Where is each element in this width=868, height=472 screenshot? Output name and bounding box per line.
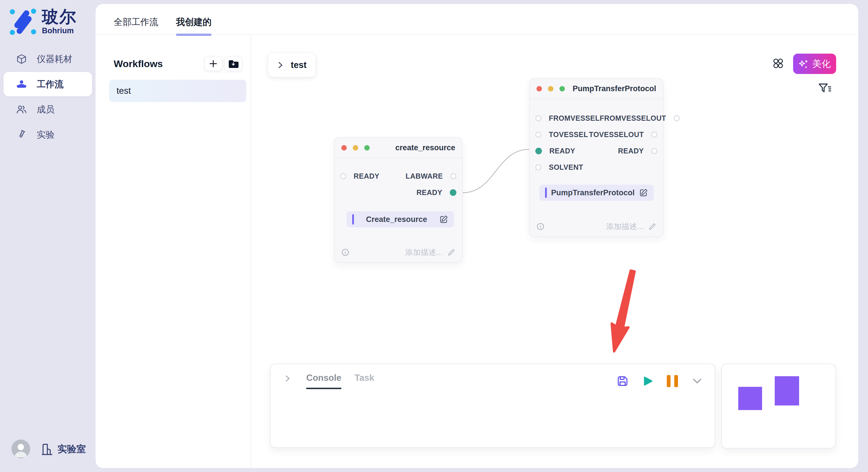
chevron-down-icon[interactable] (691, 375, 703, 387)
node-action-pill[interactable]: PumpTransferProtocol (539, 185, 654, 201)
input-port-tovessel[interactable]: TOVESSEL (535, 131, 588, 139)
box-icon (16, 54, 27, 64)
save-icon[interactable] (616, 375, 629, 387)
tab-task[interactable]: Task (354, 373, 374, 389)
output-port-tovesselout[interactable]: TOVESSELOUT (589, 131, 657, 139)
sidebar-item-experiments[interactable]: 实验 (3, 123, 92, 147)
port-circle-connected[interactable] (450, 189, 456, 196)
port-circle-connected[interactable] (535, 148, 542, 154)
sidebar-item-label: 实验 (37, 129, 55, 141)
sidebar-item-label: 工作流 (37, 78, 63, 90)
workflow-app: 玻尔 Bohrium 仪器耗材 (0, 0, 868, 472)
workflow-tabs: 全部工作流 我创建的 (114, 16, 212, 36)
edge-create-resource-to-pump (463, 145, 529, 197)
output-port-labware[interactable]: LABWARE (406, 172, 456, 180)
input-port-fromvessel[interactable]: FROMVESSEL (535, 114, 600, 123)
sidebar-item-label: 仪器耗材 (37, 53, 72, 65)
description-placeholder[interactable]: 添加描述... (405, 247, 443, 258)
sidebar-nav: 仪器耗材 工作流 (3, 47, 92, 148)
console-panel: Console Task (270, 364, 715, 448)
node-create-resource[interactable]: create_resource READY LABWARE READY (334, 137, 463, 263)
avatar[interactable] (11, 440, 30, 458)
port-circle[interactable] (535, 164, 541, 170)
sidebar-item-members[interactable]: 成员 (3, 97, 92, 122)
traffic-dots-icon (536, 86, 565, 92)
node-title: PumpTransferProtocol (572, 84, 656, 93)
beautify-button[interactable]: 美化 (793, 54, 836, 74)
beautify-label: 美化 (812, 58, 831, 70)
workflow-list-item-test[interactable]: test (109, 80, 246, 102)
node-action-pill[interactable]: Create_resource (346, 211, 454, 227)
port-circle[interactable] (535, 115, 541, 121)
command-palette-icon[interactable] (772, 58, 784, 69)
main-panel: 全部工作流 我创建的 Workflows (96, 4, 858, 468)
brand-name-cn: 玻尔 (42, 7, 77, 26)
pencil-icon[interactable] (447, 248, 455, 256)
node-pump-transfer-protocol[interactable]: PumpTransferProtocol FROMVESSEL FROMVESS… (529, 78, 663, 237)
filter-icon[interactable] (818, 82, 832, 95)
node-header: create_resource (334, 138, 462, 158)
minimap[interactable] (721, 364, 836, 448)
test-tube-icon (16, 130, 27, 140)
port-circle[interactable] (651, 148, 657, 154)
input-port-solvent[interactable]: SOLVENT (535, 163, 583, 171)
sidebar-item-label: 成员 (37, 103, 55, 115)
sidebar: 玻尔 Bohrium 仪器耗材 (0, 0, 96, 472)
collapse-chevron-icon[interactable] (283, 374, 292, 388)
node-footer: 添加描述... (536, 221, 656, 232)
input-port-ready[interactable]: READY (340, 172, 379, 180)
input-port-ready[interactable]: READY (535, 147, 575, 155)
breadcrumb[interactable]: test (268, 53, 315, 77)
node-action-label: Create_resource (354, 215, 439, 224)
import-folder-button[interactable] (225, 57, 242, 71)
edit-icon[interactable] (639, 188, 648, 197)
workflows-title: Workflows (114, 58, 163, 69)
breadcrumb-label: test (291, 60, 307, 70)
minimap-node-pump-transfer (775, 376, 799, 405)
port-circle[interactable] (340, 173, 346, 179)
brand-name-en: Bohrium (42, 26, 77, 35)
users-icon (16, 104, 27, 115)
sidebar-item-instruments[interactable]: 仪器耗材 (3, 47, 92, 71)
info-icon[interactable] (341, 248, 349, 256)
port-circle[interactable] (674, 115, 680, 121)
red-annotation-arrow (601, 267, 652, 361)
pencil-icon[interactable] (648, 223, 656, 231)
minimap-node-create-resource (738, 387, 762, 410)
output-port-fromvesselout[interactable]: FROMVESSELOUT (600, 114, 680, 123)
edit-icon[interactable] (439, 215, 448, 224)
node-footer: 添加描述... (341, 247, 455, 258)
workspace-switcher[interactable]: 实验室 (41, 442, 86, 457)
bohrium-logo-icon (9, 7, 37, 36)
workflows-panel: Workflows (96, 35, 251, 468)
team-icon (16, 79, 27, 90)
description-placeholder[interactable]: 添加描述... (606, 222, 644, 232)
pause-icon[interactable] (667, 375, 678, 387)
info-icon[interactable] (536, 223, 545, 231)
tab-console[interactable]: Console (306, 373, 341, 389)
output-port-ready[interactable]: READY (416, 189, 456, 197)
output-port-ready[interactable]: READY (618, 147, 657, 155)
brand-logo: 玻尔 Bohrium (9, 7, 77, 36)
workflow-item-name: test (117, 86, 131, 96)
port-circle[interactable] (651, 132, 657, 138)
port-circle[interactable] (535, 132, 541, 138)
tab-all-workflows[interactable]: 全部工作流 (114, 16, 158, 36)
node-action-label: PumpTransferProtocol (547, 189, 639, 197)
sparkles-icon (799, 59, 809, 69)
sidebar-item-workflows[interactable]: 工作流 (3, 72, 92, 96)
node-header: PumpTransferProtocol (530, 78, 663, 99)
port-rows: READY LABWARE READY (334, 168, 462, 201)
play-icon[interactable] (642, 375, 654, 387)
add-workflow-button[interactable] (205, 57, 222, 71)
workspace-label: 实验室 (57, 443, 86, 456)
building-icon (41, 442, 53, 456)
tab-my-created[interactable]: 我创建的 (176, 16, 212, 36)
node-title: create_resource (395, 143, 455, 152)
chevron-right-icon (277, 61, 284, 69)
traffic-dots-icon (341, 145, 370, 150)
port-circle[interactable] (451, 173, 456, 179)
port-rows: FROMVESSEL FROMVESSELOUT TOVESSEL TOVESS… (530, 110, 663, 175)
